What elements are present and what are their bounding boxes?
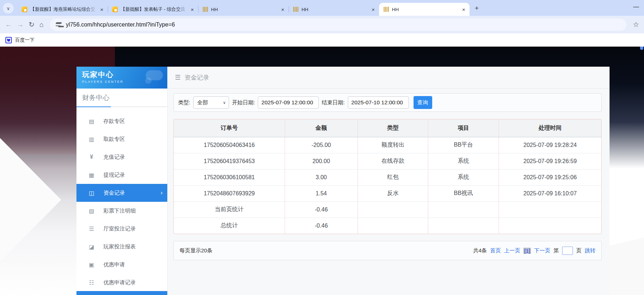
summary-label: 总统计	[174, 218, 285, 234]
sidebar-item-promo-apply[interactable]: 优惠申请	[76, 256, 167, 273]
tab-title: HH	[392, 7, 458, 12]
sidebar-item-fund-records[interactable]: 资金记录	[76, 184, 167, 202]
forum-favicon	[22, 6, 27, 12]
scrollbar-thumb[interactable]	[640, 47, 643, 50]
player-center-panel: 玩家中心 PLAYERS CENTER 财务中心 存款专区 取款专区 充值记录	[76, 67, 610, 295]
bookmark-star-icon[interactable]	[633, 20, 639, 29]
tab-search-button[interactable]	[3, 3, 14, 14]
sidebar-item-withdraw[interactable]: 取款专区	[76, 130, 167, 148]
browser-tab-forum-2[interactable]: 【新提醒】发表帖子 - 综合交流	[108, 3, 198, 16]
chart-report-icon	[88, 243, 95, 250]
tab-close-icon[interactable]	[461, 6, 466, 13]
cell-type: 在线存款	[358, 153, 428, 169]
sidebar-item-label: 优惠申请记录	[103, 279, 136, 286]
total-count: 共4条	[473, 247, 487, 254]
end-date-input[interactable]	[348, 96, 409, 109]
wallet-card-icon	[88, 190, 95, 196]
cell-process-time: 2025-07-09 19:25:06	[499, 169, 601, 185]
sidebar-menu: 存款专区 取款专区 充值记录 提现记录 资金记录	[76, 107, 167, 291]
per-page-label: 每页显示20条	[179, 247, 213, 254]
cell-item: 系统	[428, 169, 499, 185]
sidebar-item-cashout-records[interactable]: 提现记录	[76, 166, 167, 184]
sidebar-item-label: 提现记录	[103, 172, 125, 179]
hamburger-icon	[175, 73, 181, 81]
bookmark-baidu[interactable]: 百度一下	[15, 37, 34, 43]
tab-search-caret-icon	[6, 6, 10, 11]
query-button[interactable]: 查询	[414, 96, 432, 109]
sidebar-item-hall-bet-records[interactable]: 厅室投注记录	[76, 220, 167, 238]
tab-close-icon[interactable]	[190, 6, 195, 13]
cell-order-no: 1752060504063416	[174, 137, 285, 153]
jump-link[interactable]: 跳转	[585, 247, 596, 254]
minimize-button[interactable]	[633, 4, 639, 10]
bookmarks-bar: 百度一下	[0, 33, 644, 47]
pagination-controls: 共4条 首页 上一页 [1] 下一页 第 页 跳转	[473, 247, 596, 255]
browser-toolbar: yl756.com/hhcp/usercenter.html?iniType=6	[0, 16, 644, 33]
sidebar-item-partial[interactable]	[76, 291, 167, 295]
coupon-icon	[88, 261, 95, 268]
summary-empty	[499, 218, 601, 234]
back-button[interactable]	[5, 21, 12, 28]
site-info-icon[interactable]	[56, 22, 61, 28]
tab-close-icon[interactable]	[371, 6, 375, 13]
sidebar-item-recharge-records[interactable]: 充值记录	[76, 148, 167, 166]
chevron-right-icon	[160, 189, 163, 196]
home-button[interactable]	[39, 21, 43, 28]
next-page-link[interactable]: 下一页	[534, 247, 550, 254]
start-date-label: 开始日期:	[232, 99, 255, 106]
browser-tab-forum-1[interactable]: 【新提醒】海燕策略论坛综合交	[17, 3, 108, 16]
col-amount: 金额	[285, 119, 358, 137]
forum-favicon	[112, 6, 118, 12]
sidebar-item-label: 资金记录	[103, 190, 125, 196]
page-prefix-label: 第	[554, 247, 559, 254]
withdraw-hand-icon	[88, 136, 95, 143]
col-type: 类型	[358, 119, 428, 137]
page-number-input[interactable]	[562, 247, 573, 255]
address-bar[interactable]: yl756.com/hhcp/usercenter.html?iniType=6	[50, 19, 626, 31]
sidebar-item-label: 优惠申请	[103, 261, 125, 268]
sidebar-item-player-bet-report[interactable]: 玩家投注报表	[76, 238, 167, 256]
sidebar-item-promo-apply-records[interactable]: 优惠申请记录	[76, 273, 167, 291]
baidu-favicon	[5, 37, 12, 43]
cell-type: 红包	[358, 169, 428, 185]
tab-close-icon[interactable]	[280, 6, 285, 13]
tab-title: 【新提醒】发表帖子 - 综合交流	[121, 6, 187, 13]
tab-close-icon[interactable]	[99, 6, 104, 13]
summary-amount: -0.46	[285, 201, 358, 218]
url-text[interactable]: yl756.com/hhcp/usercenter.html?iniType=6	[66, 22, 175, 28]
money-bag-icon	[88, 154, 95, 160]
table-row: 1752060504063416 -205.00 额度转出 BB平台 2025-…	[174, 137, 601, 153]
current-page-indicator: [1]	[523, 248, 531, 254]
cell-order-no: 1752048607693929	[174, 185, 285, 201]
cell-process-time: 2025-07-09 16:10:07	[499, 185, 601, 201]
col-process-time: 处理时间	[499, 119, 601, 137]
cell-amount: 1.54	[285, 185, 358, 201]
browser-tab-hh-2[interactable]: HH	[289, 3, 379, 16]
type-select[interactable]: 全部	[193, 96, 229, 109]
filter-bar: 类型: 全部 开始日期: 结束日期: 查询	[173, 93, 602, 112]
browser-tab-hh-1[interactable]: HH	[198, 3, 289, 16]
tab-title: HH	[211, 7, 277, 12]
chevron-down-icon	[223, 100, 226, 105]
summary-row-current-page: 当前页统计 -0.46	[174, 201, 601, 218]
sidebar-item-deposit[interactable]: 存款专区	[76, 112, 167, 130]
forward-button[interactable]	[17, 21, 24, 28]
sidebar-item-lottery-bet-detail[interactable]: 彩票下注明细	[76, 202, 167, 220]
cell-type: 额度转出	[358, 137, 428, 153]
summary-row-total: 总统计 -0.46	[174, 218, 601, 234]
cell-amount: 3.00	[285, 169, 358, 185]
minimize-icon	[633, 4, 639, 10]
section-underline	[76, 106, 167, 107]
cell-amount: -205.00	[285, 137, 358, 153]
new-tab-button[interactable]	[472, 3, 482, 13]
sidebar-item-label: 彩票下注明细	[103, 208, 136, 214]
tab-strip: 【新提醒】海燕策略论坛综合交 【新提醒】发表帖子 - 综合交流 HH HH HH	[0, 0, 644, 16]
first-page-link[interactable]: 首页	[490, 247, 501, 254]
section-finance-center: 财务中心	[76, 89, 167, 106]
prev-page-link[interactable]: 上一页	[504, 247, 520, 254]
deposit-card-icon	[88, 118, 95, 125]
reload-button[interactable]	[29, 21, 34, 28]
browser-tab-hh-active[interactable]: HH	[379, 3, 470, 16]
start-date-input[interactable]	[258, 96, 319, 109]
fund-records-table: 订单号 金额 类型 项目 处理时间 1752060504063416 -205.…	[173, 119, 602, 234]
